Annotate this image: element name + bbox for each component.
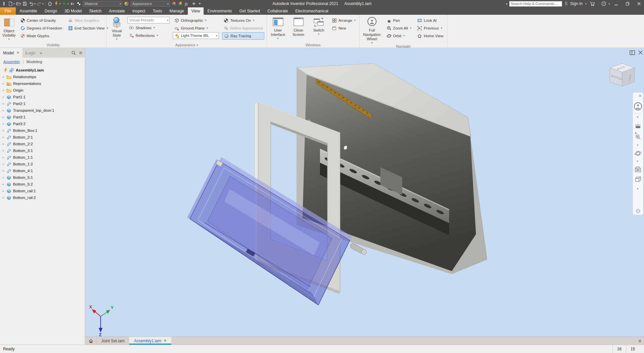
expand-icon[interactable]: + (2, 196, 5, 200)
tree-item[interactable]: + Bottom_2:1 (2, 134, 85, 141)
slice-graphics-button[interactable]: Slice Graphics (66, 17, 109, 24)
object-visibility-button[interactable]: Object Visibility▾ (2, 16, 16, 41)
new-file-button[interactable]: ▾ (7, 0, 15, 7)
expand-icon[interactable]: + (2, 95, 5, 99)
tree-item[interactable]: + Bottom_rail:1 (2, 188, 85, 194)
tree-item[interactable]: + Part3:1 (2, 114, 85, 120)
home-tab-button[interactable] (85, 337, 97, 345)
tree-item[interactable]: + Part2:1 (2, 100, 85, 107)
select-button[interactable]: ▾ (61, 0, 69, 7)
clear-appearance-button[interactable] (177, 0, 183, 7)
imate-glyphs-button[interactable]: iMate Glyphs (19, 32, 63, 39)
arrange-button[interactable]: Arrange▾ (330, 17, 357, 24)
help-dropdown[interactable]: ▾ (608, 2, 610, 5)
chevron-down-icon[interactable]: ▾ (42, 2, 44, 5)
tree-item[interactable]: + Bottom_1:1 (2, 154, 85, 161)
ground-plane-button[interactable]: Ground Plane▾ (173, 24, 219, 32)
qat-customize-dropdown[interactable]: ▼ (198, 2, 201, 5)
chevron-down-icon[interactable]: ▾ (34, 2, 36, 5)
navbar-orbit-dropdown[interactable]: ▾ (637, 160, 638, 163)
ribbon-tab[interactable]: Collaborate (264, 7, 291, 15)
tree-item[interactable]: + Part3:2 (2, 120, 85, 127)
close-icon[interactable]: ✕ (16, 51, 19, 55)
home-view-button[interactable]: Home View (416, 32, 445, 39)
restore-button[interactable] (623, 0, 633, 7)
tab-list-menu-icon[interactable]: ≡ (638, 337, 644, 345)
search-input[interactable] (509, 1, 562, 7)
browser-tab-model[interactable]: Model✕ (0, 48, 22, 58)
browser-menu-icon[interactable]: ≡ (79, 50, 82, 56)
textures-on-button[interactable]: Textures On▾ (222, 17, 264, 24)
expand-icon[interactable]: + (2, 88, 5, 92)
expand-icon[interactable]: + (2, 182, 5, 186)
expand-icon[interactable]: + (2, 129, 5, 133)
inventor-logo-icon[interactable]: I (1, 0, 7, 7)
appearance-combo[interactable]: Appearance▾ (130, 1, 170, 7)
tree-item[interactable]: + Bottom_5:2 (2, 181, 85, 188)
expand-icon[interactable]: + (2, 135, 5, 139)
user-interface-button[interactable]: User Interface▾ (269, 16, 287, 40)
doc-close-icon[interactable] (639, 51, 642, 54)
ribbon-tab[interactable]: Environments (204, 7, 235, 15)
help-button[interactable]: ? (601, 0, 607, 7)
sign-in-dropdown[interactable]: ▾ (585, 2, 587, 5)
ribbon-tab[interactable]: View (188, 7, 204, 15)
previous-view-button[interactable]: Previous▾ (416, 24, 445, 32)
tree-item[interactable]: + Bottom_Box:1 (2, 127, 85, 134)
ribbon-tab[interactable]: Tools (149, 7, 166, 15)
close-icon[interactable]: ✕ (164, 339, 167, 343)
chevron-down-icon[interactable]: ▾ (67, 2, 69, 5)
ray-tracing-button[interactable]: Ray Tracing (222, 32, 264, 40)
navbar-wheel-icon[interactable] (634, 103, 642, 110)
viewport-3d[interactable]: X Y Z BACK BOTTOM (85, 48, 644, 337)
chevron-down-icon[interactable]: ▾ (59, 2, 61, 5)
expand-icon[interactable]: + (2, 82, 5, 86)
expand-icon[interactable]: + (2, 122, 5, 126)
ribbon-tab[interactable]: Electromechanical (292, 7, 332, 15)
view-cube[interactable]: BACK BOTTOM LEFT (610, 63, 635, 86)
add-browser-tab-button[interactable]: + (38, 50, 44, 56)
quick-launch-button[interactable]: ▾ (53, 0, 61, 7)
expand-icon[interactable]: + (2, 75, 5, 79)
refine-appearance-button[interactable]: Refine Appearance (222, 24, 264, 32)
reflections-button[interactable]: Reflections▾ (127, 32, 170, 39)
tree-item[interactable]: + Relationships (2, 73, 85, 80)
tree-item[interactable]: + Representations (2, 80, 85, 87)
ribbon-tab[interactable]: Inspect (128, 7, 149, 15)
tree-item[interactable]: + Origin (2, 87, 85, 94)
home-button[interactable] (47, 0, 53, 7)
shadows-button[interactable]: Shadows▾ (127, 24, 170, 31)
navbar-more-dropdown[interactable]: ▾ (637, 187, 638, 190)
ribbon-tab[interactable]: Sketch (86, 7, 105, 15)
save-button[interactable] (22, 0, 28, 7)
switch-windows-button[interactable]: Switch▾ (310, 16, 327, 36)
tree-item[interactable]: + Part1:1 (2, 94, 85, 100)
degrees-of-freedom-button[interactable]: Degrees of Freedom (19, 24, 63, 32)
end-section-view-button[interactable]: End Section View▾ (66, 24, 109, 32)
expand-icon[interactable]: + (2, 108, 5, 112)
doc-restore-icon[interactable] (630, 51, 635, 55)
tree-item[interactable]: + Bottom_3:1 (2, 147, 85, 154)
expand-icon[interactable]: + (2, 169, 5, 173)
render-button[interactable] (76, 0, 82, 7)
full-navigation-wheel-button[interactable]: Full Navigation Wheel▾ (362, 16, 382, 44)
look-at-button[interactable]: Look At (416, 17, 445, 24)
doc-tab-assembly1[interactable]: Assembly1.iam✕ (129, 337, 171, 345)
search-expand-arrow[interactable]: ▸ (506, 2, 508, 5)
measure-button[interactable] (191, 0, 197, 7)
navbar-zoom-dropdown[interactable]: ▾ (637, 144, 638, 147)
tree-item[interactable]: + Assembly1.iam (2, 67, 85, 73)
open-button[interactable] (15, 0, 21, 7)
ribbon-tab[interactable]: File (0, 7, 16, 15)
tree-item[interactable]: + Bottom_4:1 (2, 167, 85, 174)
expand-icon[interactable]: + (2, 175, 5, 180)
center-of-gravity-button[interactable]: Center of Gravity (19, 17, 63, 24)
new-window-button[interactable]: New (330, 24, 357, 32)
expand-icon[interactable]: + (2, 189, 5, 193)
sign-in-button[interactable]: Sign In (564, 1, 583, 6)
visual-style-button[interactable]: Visual Style▾ (109, 16, 124, 41)
expand-icon[interactable]: + (2, 115, 5, 119)
pan-button[interactable]: Pan (385, 17, 413, 24)
color-wheel-icon[interactable] (123, 0, 129, 7)
tree-item[interactable]: + Bottom_1:2 (2, 161, 85, 167)
